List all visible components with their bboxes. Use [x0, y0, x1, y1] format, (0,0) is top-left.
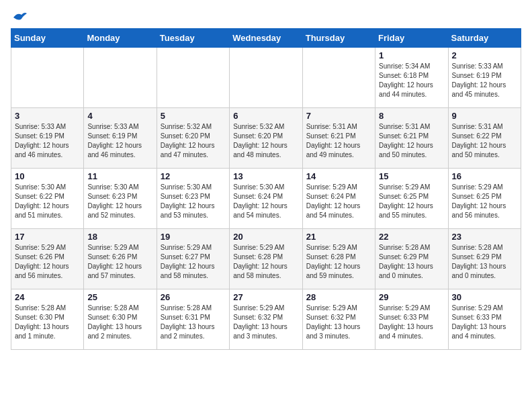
day-number: 26	[161, 292, 226, 302]
day-number: 28	[306, 292, 371, 302]
day-info: Sunrise: 5:29 AM Sunset: 6:33 PM Dayligh…	[379, 304, 444, 341]
weekday-header-saturday: Saturday	[448, 29, 521, 48]
day-info: Sunrise: 5:29 AM Sunset: 6:28 PM Dayligh…	[306, 243, 371, 281]
logo-bird-icon	[12, 11, 28, 24]
day-number: 27	[233, 292, 298, 302]
day-cell-10: 10Sunrise: 5:30 AM Sunset: 6:22 PM Dayli…	[11, 169, 84, 229]
day-cell-23: 23Sunrise: 5:28 AM Sunset: 6:29 PM Dayli…	[448, 229, 521, 289]
day-info: Sunrise: 5:29 AM Sunset: 6:27 PM Dayligh…	[161, 243, 226, 281]
day-number: 18	[87, 232, 152, 242]
empty-cell	[157, 48, 229, 108]
week-row-1: 1Sunrise: 5:34 AM Sunset: 6:18 PM Daylig…	[11, 48, 521, 108]
day-cell-7: 7Sunrise: 5:31 AM Sunset: 6:21 PM Daylig…	[302, 108, 375, 169]
day-info: Sunrise: 5:33 AM Sunset: 6:19 PM Dayligh…	[87, 122, 152, 160]
day-number: 4	[87, 111, 152, 121]
day-number: 1	[379, 50, 444, 60]
day-info: Sunrise: 5:29 AM Sunset: 6:26 PM Dayligh…	[87, 243, 152, 281]
week-row-4: 17Sunrise: 5:29 AM Sunset: 6:26 PM Dayli…	[11, 229, 521, 289]
day-info: Sunrise: 5:31 AM Sunset: 6:21 PM Dayligh…	[306, 122, 371, 160]
day-cell-21: 21Sunrise: 5:29 AM Sunset: 6:28 PM Dayli…	[302, 229, 375, 289]
day-number: 15	[379, 171, 444, 181]
day-cell-30: 30Sunrise: 5:29 AM Sunset: 6:33 PM Dayli…	[448, 289, 521, 350]
day-info: Sunrise: 5:34 AM Sunset: 6:18 PM Dayligh…	[379, 62, 444, 99]
day-cell-19: 19Sunrise: 5:29 AM Sunset: 6:27 PM Dayli…	[157, 229, 229, 289]
day-number: 19	[161, 232, 226, 242]
week-row-2: 3Sunrise: 5:33 AM Sunset: 6:19 PM Daylig…	[11, 108, 521, 169]
weekday-header-sunday: Sunday	[11, 29, 84, 48]
day-info: Sunrise: 5:33 AM Sunset: 6:19 PM Dayligh…	[15, 122, 80, 160]
day-info: Sunrise: 5:28 AM Sunset: 6:29 PM Dayligh…	[379, 243, 444, 281]
day-cell-26: 26Sunrise: 5:28 AM Sunset: 6:31 PM Dayli…	[157, 289, 229, 350]
day-number: 24	[15, 292, 80, 302]
day-info: Sunrise: 5:29 AM Sunset: 6:25 PM Dayligh…	[379, 183, 444, 220]
weekday-header-wednesday: Wednesday	[230, 29, 302, 48]
day-cell-4: 4Sunrise: 5:33 AM Sunset: 6:19 PM Daylig…	[84, 108, 157, 169]
day-number: 14	[306, 171, 371, 181]
day-info: Sunrise: 5:30 AM Sunset: 6:24 PM Dayligh…	[233, 183, 298, 220]
day-number: 25	[87, 292, 152, 302]
weekday-header-row: SundayMondayTuesdayWednesdayThursdayFrid…	[11, 29, 521, 48]
day-info: Sunrise: 5:32 AM Sunset: 6:20 PM Dayligh…	[233, 122, 298, 160]
day-cell-5: 5Sunrise: 5:32 AM Sunset: 6:20 PM Daylig…	[157, 108, 229, 169]
day-number: 22	[379, 232, 444, 242]
day-number: 23	[452, 232, 517, 242]
day-cell-17: 17Sunrise: 5:29 AM Sunset: 6:26 PM Dayli…	[11, 229, 84, 289]
day-cell-15: 15Sunrise: 5:29 AM Sunset: 6:25 PM Dayli…	[375, 169, 448, 229]
weekday-header-thursday: Thursday	[302, 29, 375, 48]
day-info: Sunrise: 5:29 AM Sunset: 6:32 PM Dayligh…	[306, 304, 371, 341]
day-number: 9	[452, 111, 517, 121]
empty-cell	[11, 48, 84, 108]
day-cell-22: 22Sunrise: 5:28 AM Sunset: 6:29 PM Dayli…	[375, 229, 448, 289]
day-cell-28: 28Sunrise: 5:29 AM Sunset: 6:32 PM Dayli…	[302, 289, 375, 350]
day-cell-9: 9Sunrise: 5:31 AM Sunset: 6:22 PM Daylig…	[448, 108, 521, 169]
week-row-5: 24Sunrise: 5:28 AM Sunset: 6:30 PM Dayli…	[11, 289, 521, 350]
day-cell-20: 20Sunrise: 5:29 AM Sunset: 6:28 PM Dayli…	[230, 229, 302, 289]
day-info: Sunrise: 5:31 AM Sunset: 6:21 PM Dayligh…	[379, 122, 444, 160]
header	[11, 11, 521, 24]
day-cell-14: 14Sunrise: 5:29 AM Sunset: 6:24 PM Dayli…	[302, 169, 375, 229]
day-number: 12	[161, 171, 226, 181]
logo	[11, 11, 28, 24]
day-number: 20	[233, 232, 298, 242]
day-number: 7	[306, 111, 371, 121]
day-cell-24: 24Sunrise: 5:28 AM Sunset: 6:30 PM Dayli…	[11, 289, 84, 350]
day-cell-25: 25Sunrise: 5:28 AM Sunset: 6:30 PM Dayli…	[84, 289, 157, 350]
day-cell-16: 16Sunrise: 5:29 AM Sunset: 6:25 PM Dayli…	[448, 169, 521, 229]
empty-cell	[230, 48, 302, 108]
day-cell-8: 8Sunrise: 5:31 AM Sunset: 6:21 PM Daylig…	[375, 108, 448, 169]
empty-cell	[84, 48, 157, 108]
day-info: Sunrise: 5:29 AM Sunset: 6:24 PM Dayligh…	[306, 183, 371, 220]
day-number: 2	[452, 50, 517, 60]
week-row-3: 10Sunrise: 5:30 AM Sunset: 6:22 PM Dayli…	[11, 169, 521, 229]
day-cell-27: 27Sunrise: 5:29 AM Sunset: 6:32 PM Dayli…	[230, 289, 302, 350]
day-number: 13	[233, 171, 298, 181]
day-info: Sunrise: 5:33 AM Sunset: 6:19 PM Dayligh…	[452, 62, 517, 99]
day-number: 17	[15, 232, 80, 242]
day-number: 11	[87, 171, 152, 181]
day-info: Sunrise: 5:30 AM Sunset: 6:23 PM Dayligh…	[161, 183, 226, 220]
day-number: 29	[379, 292, 444, 302]
day-number: 3	[15, 111, 80, 121]
day-cell-29: 29Sunrise: 5:29 AM Sunset: 6:33 PM Dayli…	[375, 289, 448, 350]
day-info: Sunrise: 5:29 AM Sunset: 6:32 PM Dayligh…	[233, 304, 298, 341]
day-number: 6	[233, 111, 298, 121]
day-number: 30	[452, 292, 517, 302]
day-info: Sunrise: 5:29 AM Sunset: 6:33 PM Dayligh…	[452, 304, 517, 341]
weekday-header-monday: Monday	[84, 29, 157, 48]
weekday-header-friday: Friday	[375, 29, 448, 48]
day-number: 16	[452, 171, 517, 181]
day-number: 5	[161, 111, 226, 121]
day-info: Sunrise: 5:29 AM Sunset: 6:25 PM Dayligh…	[452, 183, 517, 220]
day-cell-1: 1Sunrise: 5:34 AM Sunset: 6:18 PM Daylig…	[375, 48, 448, 108]
day-number: 10	[15, 171, 80, 181]
day-info: Sunrise: 5:28 AM Sunset: 6:31 PM Dayligh…	[161, 304, 226, 341]
weekday-header-tuesday: Tuesday	[157, 29, 229, 48]
day-info: Sunrise: 5:31 AM Sunset: 6:22 PM Dayligh…	[452, 122, 517, 160]
day-number: 8	[379, 111, 444, 121]
day-cell-11: 11Sunrise: 5:30 AM Sunset: 6:23 PM Dayli…	[84, 169, 157, 229]
day-info: Sunrise: 5:30 AM Sunset: 6:23 PM Dayligh…	[87, 183, 152, 220]
day-info: Sunrise: 5:28 AM Sunset: 6:30 PM Dayligh…	[15, 304, 80, 341]
calendar-table: SundayMondayTuesdayWednesdayThursdayFrid…	[11, 28, 521, 350]
day-info: Sunrise: 5:29 AM Sunset: 6:28 PM Dayligh…	[233, 243, 298, 281]
empty-cell	[302, 48, 375, 108]
